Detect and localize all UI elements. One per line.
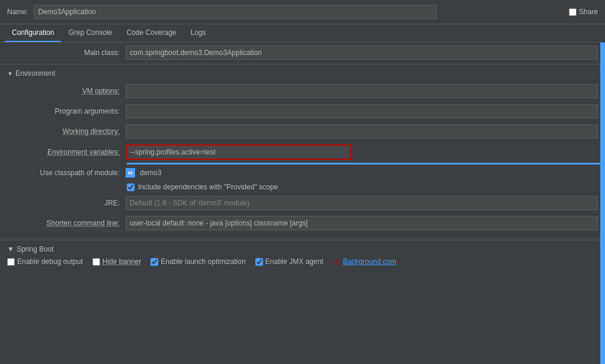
program-args-input[interactable] <box>126 104 598 118</box>
enable-jmx-checkbox[interactable] <box>255 258 263 266</box>
env-vars-label: Environment variables: <box>7 148 126 156</box>
working-dir-row: Working directory: <box>0 121 605 141</box>
include-deps-label: Include dependencies with "Provided" sco… <box>138 183 278 191</box>
content-area: Main class: ▼ Environment VM options: Pr… <box>0 43 605 364</box>
background-label[interactable]: Background.com <box>343 257 396 266</box>
tab-logs[interactable]: Logs <box>184 24 213 42</box>
main-class-row: Main class: <box>0 43 605 63</box>
include-deps-row: Include dependencies with "Provided" sco… <box>0 181 605 193</box>
classpath-module-row: Use classpath of module: m demo3 <box>0 165 605 181</box>
share-checkbox[interactable] <box>569 8 577 16</box>
share-label: Share <box>579 8 598 16</box>
shorten-cmd-input[interactable] <box>126 216 598 230</box>
run-configuration-dialog: Name: Share Configuration Grep Console C… <box>0 0 605 364</box>
spring-arrow-icon: ▼ <box>7 245 14 253</box>
spring-boot-header[interactable]: ▼ Spring Boot <box>7 245 598 253</box>
env-blue-bar <box>127 163 605 165</box>
env-vars-row: Environment variables: <box>0 141 605 163</box>
enable-debug-checkbox[interactable] <box>7 258 15 266</box>
env-vars-input[interactable] <box>127 147 350 157</box>
vm-options-row: VM options: <box>0 81 605 101</box>
shorten-cmd-row: Shorten command line: <box>0 213 605 233</box>
working-dir-input[interactable] <box>126 124 598 138</box>
enable-launch-checkbox[interactable] <box>151 258 158 266</box>
name-label: Name: <box>7 8 28 16</box>
vm-options-label: VM options: <box>7 87 126 95</box>
tabs: Configuration Grep Console Code Coverage… <box>0 24 605 43</box>
hide-banner-checkbox[interactable] <box>92 258 100 266</box>
scrollbar[interactable] <box>600 43 605 364</box>
name-input[interactable] <box>34 5 437 19</box>
enable-debug-label: Enable debug output <box>17 257 83 266</box>
spring-options: Enable debug output Hide banner Enable l… <box>7 257 598 266</box>
main-class-label: Main class: <box>7 49 126 57</box>
spring-boot-section: ▼ Spring Boot Enable debug output Hide b… <box>0 240 605 271</box>
main-class-input[interactable] <box>126 46 598 60</box>
vm-options-input[interactable] <box>126 84 598 98</box>
enable-debug-option: Enable debug output <box>7 257 83 266</box>
jre-input[interactable] <box>126 196 598 210</box>
module-display: m demo3 <box>126 168 162 178</box>
form-content: Main class: ▼ Environment VM options: Pr… <box>0 43 605 271</box>
shorten-cmd-label: Shorten command line: <box>7 219 126 227</box>
title-bar: Name: Share <box>0 0 605 24</box>
module-icon: m <box>126 168 135 178</box>
jre-row: JRE: <box>0 193 605 213</box>
info-icon: ⚠ <box>333 257 341 266</box>
env-vars-section: Environment variables: <box>0 141 605 165</box>
background-option: ⚠ Background.com <box>333 257 396 266</box>
program-args-label: Program arguments: <box>7 107 126 115</box>
jre-label: JRE: <box>7 199 126 207</box>
enable-launch-option: Enable launch optimization <box>151 257 245 266</box>
environment-arrow-icon: ▼ <box>7 70 13 77</box>
hide-banner-option: Hide banner <box>92 257 141 266</box>
enable-jmx-label: Enable JMX agent <box>265 257 324 266</box>
environment-section-header[interactable]: ▼ Environment <box>0 66 605 81</box>
spring-boot-label: Spring Boot <box>17 245 54 253</box>
enable-launch-label: Enable launch optimization <box>161 257 245 266</box>
program-args-row: Program arguments: <box>0 101 605 121</box>
module-name: demo3 <box>140 169 162 177</box>
include-deps-checkbox[interactable] <box>127 183 135 191</box>
tab-grep-console[interactable]: Grep Console <box>61 24 119 42</box>
tab-code-coverage[interactable]: Code Coverage <box>119 24 183 42</box>
share-area: Share <box>569 8 598 16</box>
env-input-wrapper <box>126 144 351 160</box>
environment-section-label: Environment <box>15 69 55 78</box>
hide-banner-label: Hide banner <box>103 257 141 266</box>
classpath-label: Use classpath of module: <box>7 169 126 177</box>
working-dir-label: Working directory: <box>7 127 126 136</box>
tab-configuration[interactable]: Configuration <box>5 24 61 42</box>
enable-jmx-option: Enable JMX agent <box>255 257 324 266</box>
